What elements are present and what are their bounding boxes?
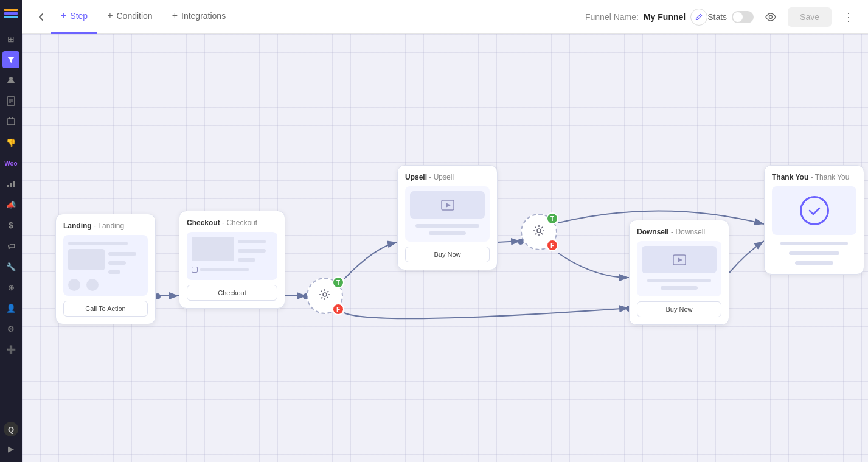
save-button[interactable]: Save bbox=[788, 7, 832, 27]
svg-marker-38 bbox=[678, 257, 682, 262]
checkout-node[interactable]: Checkout - Checkout Checkout bbox=[179, 211, 285, 309]
topnav: + Step + Condition + Integrations Funnel… bbox=[22, 0, 868, 34]
landing-cta-button[interactable]: Call To Action bbox=[63, 301, 148, 317]
checkout-button[interactable]: Checkout bbox=[187, 285, 277, 301]
thankyou-check-icon bbox=[800, 196, 829, 225]
stats-toggle[interactable] bbox=[732, 11, 754, 23]
addons-icon[interactable]: ➕ bbox=[2, 341, 19, 358]
sidebar: ⊞ 👎 Woo 📣 $ 🏷 🔧 ⊕ bbox=[0, 0, 22, 462]
thankyou-node[interactable]: Thank You - Thank You bbox=[764, 165, 864, 275]
svg-rect-1 bbox=[4, 12, 18, 15]
downsell-node-title: Downsell - Downsell bbox=[637, 228, 721, 236]
svg-line-35 bbox=[541, 226, 543, 228]
funnels-icon[interactable] bbox=[2, 51, 19, 68]
orders-icon[interactable] bbox=[2, 113, 19, 130]
tab-condition[interactable]: + Condition bbox=[97, 0, 162, 34]
svg-point-12 bbox=[769, 15, 773, 18]
tab-step[interactable]: + Step bbox=[51, 0, 97, 34]
funnel-name-value: My Funnel bbox=[644, 12, 686, 22]
svg-rect-11 bbox=[13, 181, 15, 187]
integrations-tab-label: Integrations bbox=[181, 11, 226, 21]
svg-line-23 bbox=[327, 297, 328, 298]
condition-false-badge-2: F bbox=[546, 239, 558, 251]
condition-false-badge-1: F bbox=[332, 303, 344, 315]
svg-rect-0 bbox=[4, 9, 18, 11]
upsell-preview bbox=[405, 186, 490, 242]
tag-icon[interactable]: 🏷 bbox=[2, 237, 19, 254]
integrations-plus-icon: + bbox=[172, 10, 178, 21]
tools-icon[interactable]: 🔧 bbox=[2, 258, 19, 275]
upsell-button[interactable]: Buy Now bbox=[405, 247, 490, 262]
condition-icon-2 bbox=[532, 224, 546, 240]
svg-line-22 bbox=[321, 290, 322, 292]
funnel-canvas[interactable]: Landing - Landing Call To bbox=[22, 34, 868, 462]
landing-node-title: Landing - Landing bbox=[63, 222, 148, 230]
checkout-node-title: Checkout - Checkout bbox=[187, 219, 277, 227]
landing-node[interactable]: Landing - Landing Call To bbox=[55, 214, 156, 324]
contacts-icon[interactable] bbox=[2, 72, 19, 89]
svg-line-33 bbox=[535, 226, 536, 228]
pages-icon[interactable] bbox=[2, 93, 19, 110]
plugin-icon[interactable]: ⊕ bbox=[2, 279, 19, 296]
stats-label: Stats bbox=[707, 12, 727, 22]
thankyou-preview bbox=[772, 186, 856, 235]
funnel-name-area: Funnel Name: My Funnel bbox=[585, 9, 707, 26]
more-options-button[interactable]: ⋮ bbox=[839, 7, 858, 27]
upsell-video-icon bbox=[410, 191, 485, 219]
svg-marker-27 bbox=[446, 203, 451, 208]
svg-point-28 bbox=[537, 229, 541, 233]
step-tab-label: Step bbox=[70, 11, 88, 21]
downsell-preview bbox=[637, 241, 721, 296]
back-button[interactable] bbox=[32, 7, 51, 27]
svg-line-24 bbox=[327, 290, 328, 292]
main-content: + Step + Condition + Integrations Funnel… bbox=[22, 0, 868, 462]
svg-rect-8 bbox=[7, 119, 15, 125]
condition-icon-1 bbox=[318, 288, 332, 304]
preview-button[interactable] bbox=[761, 7, 780, 27]
condition-plus-icon: + bbox=[107, 10, 113, 21]
funnel-name-label: Funnel Name: bbox=[585, 12, 639, 22]
svg-point-17 bbox=[323, 293, 327, 296]
svg-line-36 bbox=[535, 233, 536, 234]
downsell-button[interactable]: Buy Now bbox=[637, 301, 721, 317]
upsell-node-title: Upsell - Upsell bbox=[405, 173, 490, 181]
thankyou-node-title: Thank You - Thank You bbox=[772, 173, 856, 181]
megaphone-icon[interactable]: 📣 bbox=[2, 196, 19, 213]
svg-rect-2 bbox=[4, 16, 18, 18]
svg-rect-10 bbox=[10, 183, 12, 187]
nav-right: Stats Save ⋮ bbox=[707, 7, 858, 27]
checkout-preview bbox=[187, 232, 277, 280]
svg-rect-9 bbox=[7, 185, 9, 187]
edit-funnel-name-button[interactable] bbox=[690, 9, 707, 26]
gear-icon[interactable]: ⚙ bbox=[2, 320, 19, 337]
svg-line-25 bbox=[321, 297, 322, 298]
thankyou-lines bbox=[772, 240, 856, 267]
condition-true-badge-1: T bbox=[332, 276, 344, 289]
step-plus-icon: + bbox=[61, 10, 66, 21]
tab-integrations[interactable]: + Integrations bbox=[162, 0, 236, 34]
downsell-video-icon bbox=[642, 246, 717, 273]
landing-preview bbox=[63, 235, 148, 296]
condition-true-badge-2: T bbox=[546, 212, 558, 225]
dollar-icon[interactable]: $ bbox=[2, 217, 19, 234]
user-icon[interactable]: 👤 bbox=[2, 299, 19, 317]
svg-line-34 bbox=[541, 233, 543, 234]
woo-icon[interactable]: Woo bbox=[2, 155, 19, 172]
analytics-icon[interactable] bbox=[2, 175, 19, 192]
downsell-node[interactable]: Downsell - Downsell Buy Now bbox=[629, 220, 729, 325]
app-logo[interactable] bbox=[2, 5, 19, 22]
thumbsdown-icon[interactable]: 👎 bbox=[2, 134, 19, 151]
condition-node-1[interactable]: T F bbox=[307, 278, 343, 314]
condition-node-2[interactable]: T F bbox=[521, 214, 557, 250]
q-badge[interactable]: Q bbox=[4, 422, 18, 436]
dashboard-icon[interactable]: ⊞ bbox=[2, 30, 19, 47]
condition-tab-label: Condition bbox=[117, 11, 153, 21]
stats-area: Stats bbox=[707, 11, 754, 23]
play-icon[interactable]: ▶ bbox=[2, 440, 19, 457]
upsell-node[interactable]: Upsell - Upsell Buy Now bbox=[397, 165, 498, 270]
